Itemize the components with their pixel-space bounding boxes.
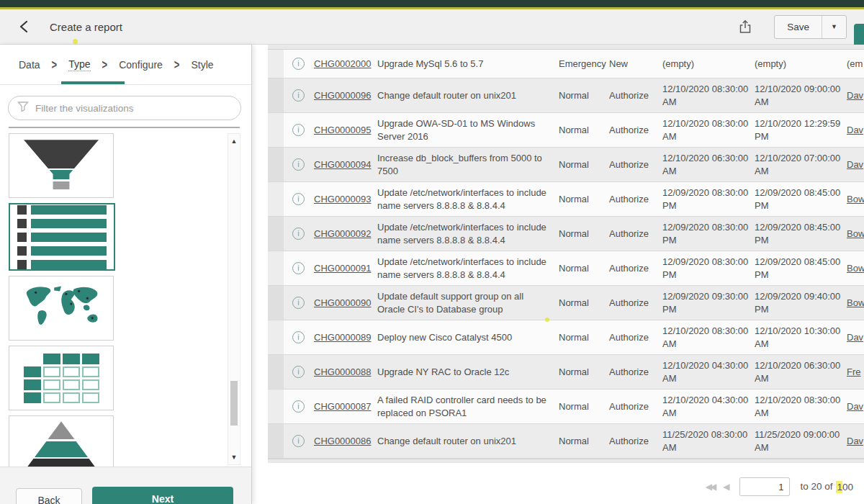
state-value: Authorize — [609, 432, 662, 451]
planned-start-date: 12/09/2020 08:30:00 PM — [662, 184, 755, 215]
planned-start-date: 12/09/2020 08:30:00 PM — [662, 218, 755, 249]
planned-end-date: 12/09/2020 09:40:00 PM — [755, 287, 847, 318]
step-style[interactable]: Style — [191, 59, 213, 71]
sidebar-scrollbar[interactable]: ▲ ▼ — [228, 133, 240, 465]
info-cell: i — [284, 124, 314, 136]
filter-input[interactable] — [35, 103, 232, 114]
table-row: iCHG0000096Change default router on unix… — [268, 78, 864, 113]
viz-card-map[interactable] — [9, 276, 114, 341]
pyramid-chart-icon — [22, 421, 101, 467]
next-button[interactable]: Next — [92, 487, 233, 504]
info-icon[interactable]: i — [292, 331, 305, 343]
change-number-link[interactable]: CHG0000090 — [314, 294, 377, 312]
row-left-gutter — [268, 50, 284, 78]
change-number-link[interactable]: CHG0002000 — [314, 55, 377, 73]
row-left-gutter — [268, 251, 284, 285]
info-cell: i — [284, 228, 314, 240]
planned-start-date: 12/10/2020 06:30:00 AM — [662, 149, 755, 180]
assigned-to-link[interactable]: Dav — [847, 328, 864, 347]
assigned-to-link[interactable]: Fre — [847, 363, 864, 382]
assigned-to-link[interactable]: Dav — [847, 397, 864, 416]
info-cell: i — [284, 158, 314, 171]
short-description: Change default router on unix201 — [377, 86, 559, 105]
priority-value: Normal — [559, 363, 609, 382]
info-icon[interactable]: i — [292, 124, 305, 136]
assigned-to-link[interactable]: Bow — [847, 225, 864, 243]
change-number-link[interactable]: CHG0000086 — [314, 432, 377, 451]
assigned-to-link[interactable]: Dav — [847, 86, 864, 105]
planned-end-date: 12/10/2020 10:30:00 AM — [755, 322, 847, 353]
table-row: iCHG0000086Change default router on unix… — [268, 424, 864, 459]
change-number-link[interactable]: CHG0000096 — [314, 86, 377, 105]
priority-value: Normal — [559, 294, 609, 312]
scroll-up-arrow-icon[interactable]: ▲ — [228, 138, 240, 145]
assigned-to-link[interactable]: Dav — [847, 156, 864, 174]
priority-value: Normal — [559, 156, 609, 174]
back-chevron-icon[interactable] — [17, 19, 30, 34]
change-number-link[interactable]: CHG0000095 — [314, 121, 377, 140]
info-icon[interactable]: i — [292, 366, 305, 378]
scroll-down-arrow-icon[interactable]: ▼ — [228, 454, 240, 461]
pagination-range: to 20 of 100 — [800, 481, 855, 493]
change-number-link[interactable]: CHG0000087 — [314, 397, 377, 416]
page-number-input[interactable] — [739, 477, 790, 496]
viz-card-list[interactable] — [9, 203, 115, 271]
planned-end-date: (empty) — [755, 55, 847, 73]
row-left-gutter — [268, 424, 284, 458]
step-data[interactable]: Data — [19, 59, 40, 71]
info-icon[interactable]: i — [292, 89, 305, 102]
scrollbar-thumb[interactable] — [230, 381, 238, 426]
row-left-gutter — [268, 78, 284, 112]
planned-end-date: 11/25/2020 09:00:00 AM — [755, 426, 847, 456]
first-page-icon[interactable]: ◀◀ — [706, 482, 714, 492]
change-number-link[interactable]: CHG0000093 — [314, 190, 377, 209]
table-row: iCHG0000090Update default support group … — [268, 286, 864, 320]
change-number-link[interactable]: CHG0000091 — [314, 259, 377, 278]
info-icon[interactable]: i — [292, 58, 305, 70]
share-icon[interactable] — [738, 19, 752, 35]
info-icon[interactable]: i — [292, 193, 305, 205]
priority-value: Normal — [559, 225, 609, 243]
info-icon[interactable]: i — [292, 435, 305, 447]
header-bar: Create a report Save ▼ — [0, 9, 864, 45]
step-configure[interactable]: Configure — [119, 59, 163, 71]
planned-start-date: 12/10/2020 08:30:00 AM — [662, 80, 755, 111]
save-dropdown-caret[interactable]: ▼ — [822, 16, 846, 38]
state-value: Authorize — [609, 294, 662, 312]
back-button[interactable]: Back — [16, 488, 82, 504]
table-row: iCHG0000094Increase db_block_buffers fro… — [268, 148, 864, 182]
planned-end-date: 12/10/2020 09:00:00 AM — [755, 80, 847, 111]
assigned-to-link[interactable]: Bow — [847, 259, 864, 278]
app-window: Create a report Save ▼ Data > Type > Con… — [0, 0, 864, 504]
step-type[interactable]: Type — [68, 58, 90, 71]
info-cell: i — [284, 331, 314, 343]
state-value: New — [609, 55, 662, 73]
sidebar-divider — [9, 127, 240, 128]
short-description: Deploy new Cisco Catalyst 4500 — [377, 328, 559, 347]
save-split-button: Save ▼ — [774, 15, 847, 39]
assigned-to-link[interactable]: Bow — [847, 190, 864, 209]
info-icon[interactable]: i — [292, 228, 305, 240]
assigned-to-link[interactable]: Dav — [847, 121, 864, 140]
viz-card-heatmap[interactable] — [9, 346, 114, 410]
change-number-link[interactable]: CHG0000088 — [314, 363, 377, 382]
info-icon[interactable]: i — [292, 400, 305, 413]
info-cell: i — [284, 58, 314, 70]
priority-value: Normal — [559, 397, 609, 416]
info-icon[interactable]: i — [292, 297, 305, 309]
save-button[interactable]: Save — [775, 16, 822, 38]
change-number-link[interactable]: CHG0000094 — [314, 156, 377, 174]
viz-card-pyramid[interactable] — [9, 415, 114, 467]
change-number-link[interactable]: CHG0000092 — [314, 225, 377, 243]
info-icon[interactable]: i — [292, 158, 305, 171]
assigned-to-link[interactable]: Bow — [847, 294, 864, 312]
short-description: Update /etc/network/interfaces to includ… — [377, 253, 559, 284]
change-number-link[interactable]: CHG0000089 — [314, 328, 377, 347]
prev-page-icon[interactable]: ◀ — [723, 482, 729, 492]
assigned-to-link[interactable]: Dav — [847, 432, 864, 451]
table-row: iCHG0000089Deploy new Cisco Catalyst 450… — [268, 320, 864, 355]
info-icon[interactable]: i — [292, 262, 305, 274]
viz-card-funnel[interactable] — [9, 133, 114, 198]
click-indicator — [545, 318, 549, 322]
planned-start-date: (empty) — [662, 55, 755, 73]
